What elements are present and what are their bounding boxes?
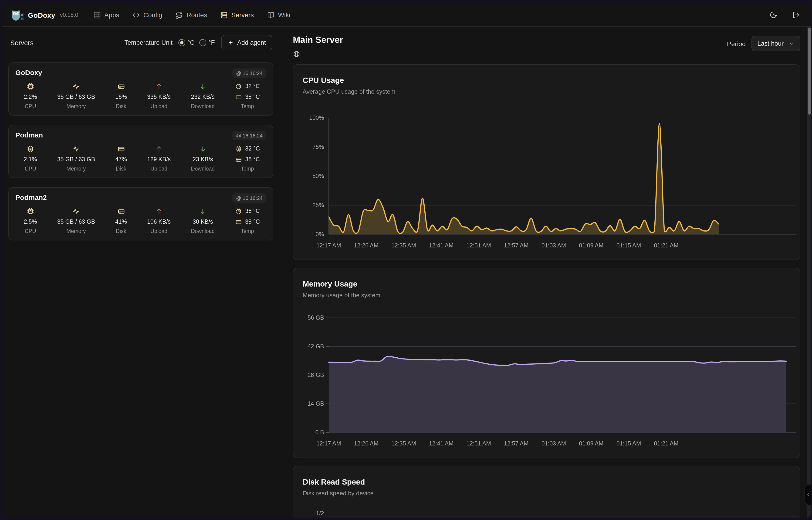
stat-cpu: 2.2% CPU bbox=[24, 81, 37, 109]
main-panel: Main Server Period Last hour CPU Usage bbox=[280, 27, 811, 518]
svg-text:01:03 AM: 01:03 AM bbox=[541, 440, 566, 447]
nav-item-label: Apps bbox=[104, 11, 119, 19]
svg-text:0%: 0% bbox=[316, 231, 324, 237]
hard-drive-icon bbox=[117, 207, 125, 215]
cpu-chip-icon bbox=[27, 207, 34, 215]
cpu-chip-icon bbox=[27, 82, 34, 90]
activity-icon bbox=[72, 207, 80, 215]
disk-read-speed-chart[interactable]: 1/2MB/s bbox=[303, 498, 796, 518]
route-icon bbox=[175, 11, 183, 19]
stat-upload: 129 KB/s Upload bbox=[147, 144, 171, 172]
memory-usage-chart[interactable]: 0 B14 GB28 GB42 GB56 GB12:17 AM12:26 AM1… bbox=[303, 300, 796, 452]
stat-download: 232 KB/s Download bbox=[191, 81, 215, 109]
book-open-icon bbox=[267, 11, 275, 19]
server-card-podman[interactable]: Podman @ 16:16:24 2.1% CPU 35 GB / 63 GB… bbox=[8, 125, 273, 178]
period-select[interactable]: Last hour bbox=[751, 36, 800, 51]
arrow-down-icon bbox=[199, 145, 207, 153]
sidebar: Servers Temperature Unit °C °F Add agent bbox=[2, 27, 280, 518]
godoxy-logo bbox=[10, 8, 24, 22]
disk-read-speed-card: Disk Read Speed Disk read speed by devic… bbox=[293, 466, 800, 518]
server-updated-badge: @ 16:16:24 bbox=[232, 131, 266, 140]
svg-text:1/2: 1/2 bbox=[316, 510, 324, 517]
svg-text:01:21 AM: 01:21 AM bbox=[654, 440, 679, 447]
screenshot-stage: GoDoxy v0.18.0 Apps Config Routes Server… bbox=[0, 0, 812, 520]
server-name: Podman2 bbox=[16, 193, 47, 201]
hard-drive-icon bbox=[235, 156, 242, 163]
arrow-down-icon bbox=[199, 82, 207, 90]
svg-text:14 GB: 14 GB bbox=[308, 400, 324, 407]
page-title: Main Server bbox=[293, 35, 343, 45]
period-control: Period Last hour bbox=[727, 36, 800, 51]
arrow-up-icon bbox=[155, 145, 163, 153]
navbar-actions bbox=[769, 11, 803, 19]
chart-title: Disk Read Speed bbox=[303, 477, 791, 487]
svg-text:01:09 AM: 01:09 AM bbox=[579, 242, 604, 249]
vertical-scrollbar[interactable] bbox=[807, 27, 811, 518]
svg-text:12:57 AM: 12:57 AM bbox=[504, 440, 529, 447]
svg-text:12:26 AM: 12:26 AM bbox=[354, 242, 379, 249]
logout-icon[interactable] bbox=[791, 11, 800, 19]
activity-icon bbox=[72, 145, 80, 153]
server-icon bbox=[220, 11, 228, 19]
nav-item-config[interactable]: Config bbox=[132, 11, 162, 19]
server-updated-badge: @ 16:16:24 bbox=[232, 193, 266, 203]
stat-download: 23 KB/s Download bbox=[191, 144, 215, 172]
chart-subtitle: Average CPU usage of the system bbox=[303, 88, 791, 95]
add-agent-button[interactable]: Add agent bbox=[221, 35, 272, 50]
activity-icon bbox=[72, 82, 80, 90]
memory-usage-card: Memory Usage Memory usage of the system … bbox=[293, 268, 800, 458]
stat-cpu: 2.5% CPU bbox=[24, 206, 37, 234]
brand: GoDoxy v0.18.0 bbox=[10, 8, 78, 22]
hard-drive-icon bbox=[235, 218, 242, 225]
svg-text:01:15 AM: 01:15 AM bbox=[616, 242, 641, 249]
temperature-unit-label: Temperature Unit bbox=[124, 39, 172, 46]
stat-temp: 32 °C 38 °C Temp bbox=[235, 81, 260, 109]
cpu-chip-icon bbox=[235, 208, 242, 214]
radio-selected-icon bbox=[178, 39, 185, 46]
sidebar-collapse-tab[interactable] bbox=[805, 485, 811, 505]
scrollbar-thumb[interactable] bbox=[808, 28, 811, 114]
stat-upload: 106 KB/s Upload bbox=[147, 206, 171, 234]
stat-cpu: 2.1% CPU bbox=[24, 144, 37, 172]
app-window: GoDoxy v0.18.0 Apps Config Routes Server… bbox=[2, 4, 811, 518]
code-icon bbox=[132, 11, 140, 19]
arrow-up-icon bbox=[155, 82, 163, 90]
nav-item-servers[interactable]: Servers bbox=[220, 11, 254, 19]
svg-text:01:15 AM: 01:15 AM bbox=[616, 440, 641, 447]
svg-text:MB/s: MB/s bbox=[311, 517, 324, 518]
hard-drive-icon bbox=[235, 94, 242, 100]
nav-item-wiki[interactable]: Wiki bbox=[267, 11, 290, 19]
stat-memory: 35 GB / 63 GB Memory bbox=[57, 206, 95, 234]
server-updated-badge: @ 16:16:24 bbox=[232, 69, 266, 78]
svg-text:12:51 AM: 12:51 AM bbox=[467, 440, 491, 447]
stat-disk: 16% Disk bbox=[115, 81, 127, 109]
sidebar-title: Servers bbox=[10, 39, 33, 46]
globe-icon[interactable] bbox=[293, 50, 300, 58]
hard-drive-icon bbox=[117, 82, 125, 90]
brand-version: v0.18.0 bbox=[60, 11, 78, 18]
chart-subtitle: Memory usage of the system bbox=[303, 292, 791, 299]
svg-text:0 B: 0 B bbox=[315, 429, 324, 436]
svg-text:12:41 AM: 12:41 AM bbox=[429, 440, 453, 447]
fahrenheit-radio[interactable]: °F bbox=[199, 39, 215, 46]
svg-text:12:57 AM: 12:57 AM bbox=[504, 242, 529, 249]
nav-item-label: Config bbox=[143, 11, 162, 19]
server-card-godoxy[interactable]: GoDoxy @ 16:16:24 2.2% CPU 35 GB / 63 GB… bbox=[8, 62, 273, 115]
cpu-chip-icon bbox=[235, 83, 242, 90]
nav-item-routes[interactable]: Routes bbox=[175, 11, 207, 19]
nav-items: Apps Config Routes Servers Wiki bbox=[93, 11, 290, 19]
cpu-usage-chart[interactable]: 0%25%50%75%100%12:17 AM12:26 AM12:35 AM1… bbox=[303, 96, 796, 254]
app-root: GoDoxy v0.18.0 Apps Config Routes Server… bbox=[0, 0, 812, 520]
svg-text:01:09 AM: 01:09 AM bbox=[579, 440, 604, 447]
period-label: Period bbox=[727, 40, 746, 47]
svg-text:01:21 AM: 01:21 AM bbox=[654, 242, 679, 249]
svg-text:75%: 75% bbox=[312, 144, 324, 150]
svg-text:42 GB: 42 GB bbox=[308, 343, 324, 349]
moon-icon[interactable] bbox=[769, 11, 778, 19]
stat-disk: 41% Disk bbox=[115, 206, 127, 234]
chart-title: CPU Usage bbox=[303, 76, 791, 85]
nav-item-apps[interactable]: Apps bbox=[93, 11, 119, 19]
server-card-podman2[interactable]: Podman2 @ 16:16:24 2.5% CPU 35 GB / 63 G… bbox=[8, 187, 273, 240]
svg-text:50%: 50% bbox=[312, 173, 324, 179]
celsius-radio[interactable]: °C bbox=[178, 39, 194, 46]
